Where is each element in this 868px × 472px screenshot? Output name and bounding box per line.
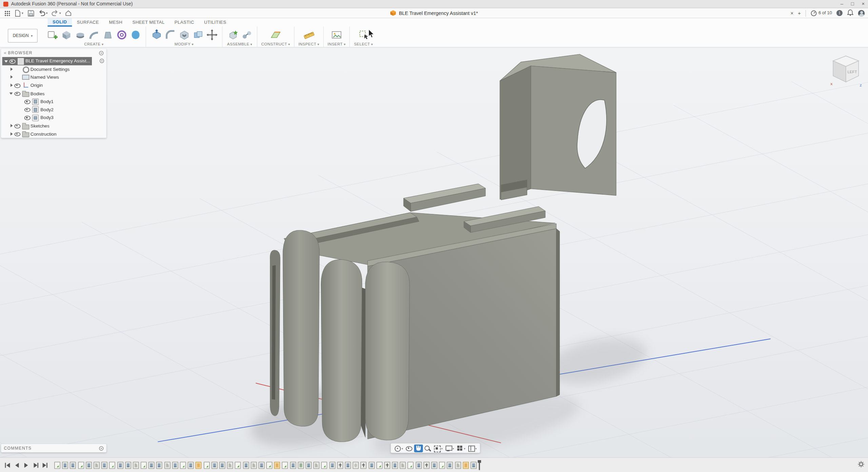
- updates-badge[interactable]: 1: [836, 10, 843, 16]
- maximize-button[interactable]: □: [851, 1, 854, 6]
- navbar-button[interactable]: [455, 444, 466, 452]
- modify-group-label[interactable]: MODIFY: [175, 42, 194, 46]
- timeline-feature-icon[interactable]: [109, 461, 115, 469]
- browser-tree-item[interactable]: Bodies: [1, 89, 106, 97]
- timeline-step-forward-button[interactable]: [32, 461, 40, 469]
- browser-tree-item[interactable]: Named Views: [1, 73, 106, 81]
- visibility-eye-icon[interactable]: [14, 91, 20, 96]
- navbar-button[interactable]: [393, 444, 404, 452]
- timeline-feature-icon[interactable]: [203, 461, 210, 469]
- timeline-step-back-button[interactable]: [13, 461, 21, 469]
- timeline-feature-icon[interactable]: [384, 461, 390, 469]
- expander-icon[interactable]: [9, 67, 14, 72]
- visibility-eye-icon[interactable]: [9, 59, 16, 63]
- browser-tree-item[interactable]: Body1: [1, 97, 106, 105]
- timeline-feature-icon[interactable]: [408, 461, 414, 469]
- ribbon-tab[interactable]: UTILITIES: [199, 18, 231, 26]
- create-group-label[interactable]: CREATE: [84, 42, 103, 46]
- timeline-feature-icon[interactable]: [455, 461, 461, 469]
- new-document-tab-button[interactable]: +: [798, 10, 801, 16]
- design-workspace-menu[interactable]: DESIGN ▾: [8, 29, 38, 43]
- save-button[interactable]: [26, 9, 36, 17]
- timeline-settings-button[interactable]: [857, 460, 865, 470]
- visibility-eye-icon[interactable]: [14, 83, 20, 87]
- timeline-feature-icon[interactable]: [101, 461, 107, 469]
- ribbon-tab[interactable]: SURFACE: [72, 18, 104, 26]
- close-document-tab-button[interactable]: ×: [790, 10, 793, 16]
- undo-button[interactable]: ▾: [37, 9, 48, 17]
- timeline-feature-icon[interactable]: [416, 461, 422, 469]
- timeline-feature-icon[interactable]: [227, 461, 233, 469]
- timeline-feature-icon[interactable]: [141, 461, 147, 469]
- ribbon-tab[interactable]: SOLID: [47, 18, 72, 26]
- insert-button[interactable]: [330, 28, 343, 41]
- visibility-eye-icon[interactable]: [24, 107, 31, 112]
- timeline-feature-icon[interactable]: [62, 461, 68, 469]
- visibility-eye-icon[interactable]: [24, 99, 31, 104]
- user-avatar-button[interactable]: [858, 10, 865, 17]
- timeline-feature-icon[interactable]: [337, 461, 343, 469]
- timeline-feature-icon[interactable]: [156, 461, 162, 469]
- expander-icon[interactable]: [9, 83, 14, 88]
- timeline-feature-icon[interactable]: [243, 461, 249, 469]
- timeline-feature-icon[interactable]: [219, 461, 225, 469]
- timeline-feature-icon[interactable]: [400, 461, 406, 469]
- timeline-feature-icon[interactable]: [369, 461, 375, 469]
- combine-button[interactable]: [192, 28, 204, 41]
- browser-tree-item[interactable]: Sketches: [1, 122, 106, 130]
- item-options-icon[interactable]: [100, 59, 104, 63]
- timeline-feature-icon[interactable]: [258, 461, 264, 469]
- browser-tree-item[interactable]: Body3: [1, 114, 106, 122]
- press-pull-button[interactable]: [150, 28, 163, 41]
- panel-options-icon[interactable]: [99, 51, 103, 55]
- browser-tree-item[interactable]: Origin: [1, 81, 106, 90]
- navbar-button[interactable]: [444, 444, 455, 452]
- timeline-feature-icon[interactable]: [290, 461, 296, 469]
- timeline-feature-icon[interactable]: [211, 461, 217, 469]
- timeline-feature-icon[interactable]: [462, 461, 469, 469]
- timeline-feature-icon[interactable]: [431, 461, 437, 469]
- navbar-button[interactable]: [423, 444, 432, 452]
- browser-panel-header[interactable]: « BROWSER: [1, 49, 106, 57]
- visibility-eye-icon[interactable]: [24, 115, 31, 120]
- browser-tree-item[interactable]: Construction: [1, 130, 106, 138]
- timeline-feature-icon[interactable]: [133, 461, 139, 469]
- timeline-feature-icon[interactable]: [321, 461, 328, 469]
- job-status-button[interactable]: 6 of 10: [810, 10, 832, 17]
- insert-group-label[interactable]: INSERT: [328, 42, 346, 46]
- timeline-feature-icon[interactable]: [54, 461, 60, 469]
- timeline-feature-icon[interactable]: [376, 461, 382, 469]
- timeline-feature-icon[interactable]: [251, 461, 257, 469]
- timeline-feature-icon[interactable]: [266, 461, 272, 469]
- timeline-feature-icon[interactable]: [439, 461, 445, 469]
- coil-button[interactable]: [115, 28, 128, 41]
- timeline-feature-icon[interactable]: [313, 461, 319, 469]
- timeline-feature-icon[interactable]: [235, 461, 241, 469]
- timeline-feature-icon[interactable]: [392, 461, 398, 469]
- timeline-feature-icon[interactable]: [305, 461, 312, 469]
- timeline-feature-icon[interactable]: [149, 461, 155, 469]
- collapse-panel-icon[interactable]: «: [4, 51, 6, 56]
- expander-icon[interactable]: [4, 59, 9, 64]
- timeline-feature-icon[interactable]: [94, 461, 100, 469]
- inspect-group-label[interactable]: INSPECT: [298, 42, 319, 46]
- timeline-position-marker[interactable]: [479, 460, 480, 470]
- timeline-skip-start-button[interactable]: [3, 461, 12, 469]
- timeline-feature-icon[interactable]: [188, 461, 194, 469]
- home-button[interactable]: [64, 9, 73, 17]
- redo-button[interactable]: ▾: [51, 9, 62, 17]
- close-button[interactable]: ×: [862, 1, 865, 6]
- timeline-feature-icon[interactable]: [180, 461, 186, 469]
- create-sketch-button[interactable]: [46, 28, 59, 41]
- loft-button[interactable]: [101, 28, 114, 41]
- expander-icon[interactable]: [9, 123, 14, 128]
- timeline-feature-icon[interactable]: [274, 461, 280, 469]
- comments-options-icon[interactable]: [99, 446, 103, 450]
- ribbon-tab[interactable]: PLASTIC: [170, 18, 199, 26]
- browser-tree-item[interactable]: Body2: [1, 105, 106, 114]
- minimize-button[interactable]: –: [841, 1, 843, 6]
- timeline-feature-icon[interactable]: [172, 461, 178, 469]
- sweep-button[interactable]: [87, 28, 100, 41]
- fillet-button[interactable]: [164, 28, 177, 41]
- move-copy-button[interactable]: [205, 28, 218, 41]
